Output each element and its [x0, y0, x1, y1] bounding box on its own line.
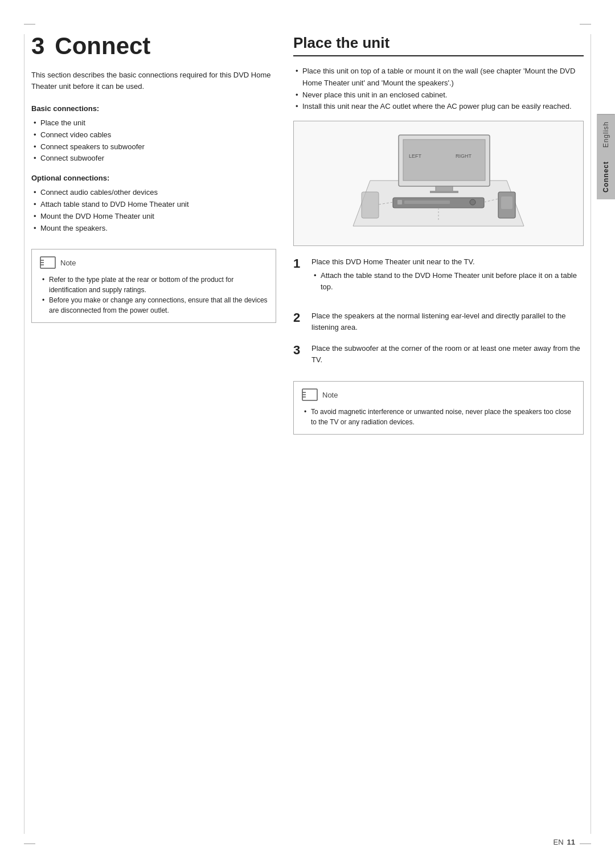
list-item: Install this unit near the AC outlet whe… — [293, 101, 584, 113]
note-list-right: To avoid magnetic interference or unwant… — [302, 407, 575, 427]
svg-rect-16 — [501, 196, 512, 209]
section-title-right: Place the unit — [293, 34, 390, 51]
list-item: To avoid magnetic interference or unwant… — [302, 407, 575, 427]
section-header: 3 Connect — [31, 34, 276, 58]
diagram-container: LEFT RIGHT — [293, 121, 584, 246]
side-tab-connect: Connect — [597, 154, 614, 199]
step-text-2: Place the speakers at the normal listeni… — [311, 310, 584, 333]
corner-mark-tl — [24, 24, 35, 24]
list-item: Mount the DVD Home Theater unit — [31, 211, 276, 223]
list-item: Attach table stand to DVD Home Theater u… — [31, 199, 276, 211]
svg-text:LEFT: LEFT — [409, 153, 422, 159]
step-sub-list-1: Attach the table stand to the DVD Home T… — [311, 270, 584, 294]
list-item: Place the unit — [31, 117, 276, 129]
svg-rect-13 — [404, 200, 450, 204]
side-tab: English Connect — [597, 114, 615, 199]
vline-left — [24, 34, 24, 834]
step-number-2: 2 — [293, 310, 306, 335]
optional-connections-title: Optional connections: — [31, 174, 276, 182]
intro-text: This section describes the basic connect… — [31, 69, 276, 92]
step-text-3: Place the subwoofer at the corner of the… — [311, 343, 584, 365]
svg-rect-12 — [397, 200, 402, 204]
list-item: Place this unit on top of a table or mou… — [293, 65, 584, 89]
corner-mark-bl — [24, 844, 35, 844]
svg-rect-17 — [362, 192, 379, 218]
side-tab-english: English — [597, 114, 614, 154]
list-item: Before you make or change any connection… — [40, 295, 268, 316]
step-content-1: Place this DVD Home Theater unit near to… — [311, 256, 584, 302]
section-title-left: Connect — [55, 34, 150, 58]
step-1: 1 Place this DVD Home Theater unit near … — [293, 256, 584, 302]
step-number-1: 1 — [293, 256, 306, 302]
step-content-2: Place the speakers at the normal listeni… — [311, 310, 584, 335]
step-2: 2 Place the speakers at the normal liste… — [293, 310, 584, 335]
page-footer: EN 11 — [553, 838, 575, 846]
corner-mark-br — [580, 844, 591, 844]
note-box-left: Note Refer to the type plate at the rear… — [31, 249, 276, 323]
note-label-left: Note — [60, 259, 76, 267]
right-column: Place the unit Place this unit on top of… — [293, 34, 584, 834]
vline-right — [591, 34, 591, 834]
basic-connections-list: Place the unit Connect video cables Conn… — [31, 117, 276, 165]
note-header-left: Note — [40, 256, 268, 269]
section-number: 3 — [31, 34, 44, 58]
list-item: Connect subwoofer — [31, 153, 276, 165]
right-intro-list: Place this unit on top of a table or mou… — [293, 65, 584, 113]
footer-en: EN — [553, 838, 563, 846]
list-item: Attach the table stand to the DVD Home T… — [311, 270, 584, 294]
note-list-left: Refer to the type plate at the rear or b… — [40, 275, 268, 316]
step-text-1: Place this DVD Home Theater unit near to… — [311, 256, 584, 268]
note-header-right: Note — [302, 388, 575, 401]
list-item: Connect audio cables/other devices — [31, 187, 276, 199]
corner-mark-tr — [580, 24, 591, 24]
right-section-header: Place the unit — [293, 34, 584, 56]
note-icon-right — [302, 388, 318, 401]
left-column: 3 Connect This section describes the bas… — [31, 34, 276, 834]
list-item: Mount the speakers. — [31, 223, 276, 235]
step-3: 3 Place the subwoofer at the corner of t… — [293, 343, 584, 367]
list-item: Connect video cables — [31, 129, 276, 141]
list-item: Refer to the type plate at the rear or b… — [40, 275, 268, 295]
step-content-3: Place the subwoofer at the corner of the… — [311, 343, 584, 367]
optional-connections-list: Connect audio cables/other devices Attac… — [31, 187, 276, 234]
note-label-right: Note — [322, 391, 338, 399]
svg-point-14 — [470, 199, 475, 205]
basic-connections-title: Basic connections: — [31, 104, 276, 113]
svg-rect-8 — [430, 191, 458, 193]
note-icon-left — [40, 256, 56, 269]
list-item: Never place this unit in an enclosed cab… — [293, 89, 584, 101]
footer-page-number: 11 — [567, 838, 575, 846]
list-item: Connect speakers to subwoofer — [31, 141, 276, 153]
note-box-right: Note To avoid magnetic interference or u… — [293, 381, 584, 435]
svg-rect-6 — [403, 140, 485, 181]
page-content: 3 Connect This section describes the bas… — [31, 34, 584, 834]
home-theater-diagram: LEFT RIGHT — [336, 124, 541, 243]
svg-text:RIGHT: RIGHT — [456, 153, 472, 159]
step-number-3: 3 — [293, 343, 306, 367]
